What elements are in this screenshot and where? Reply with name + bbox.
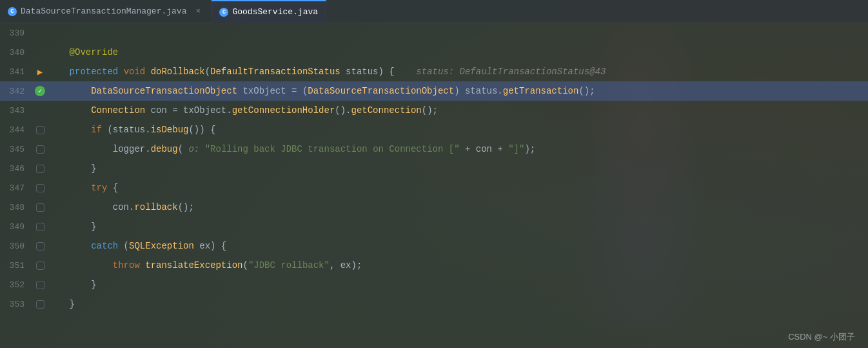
code-text-346: } bbox=[48, 159, 855, 178]
gutter-outline bbox=[36, 165, 44, 173]
code-line-341: 341▶ protected void doRollback(DefaultTr… bbox=[0, 62, 868, 81]
code-line-343: 343 Connection con = txObject.getConnect… bbox=[0, 101, 868, 120]
code-text-340: @Override bbox=[48, 43, 855, 62]
line-number-347: 347 bbox=[0, 183, 32, 193]
tab-tab1[interactable]: CDataSourceTransactionManager.java× bbox=[0, 0, 212, 23]
token-plain: + con + bbox=[460, 144, 509, 154]
line-number-351: 351 bbox=[0, 261, 32, 271]
token-method: isDebug bbox=[151, 125, 189, 135]
gutter-outline bbox=[36, 145, 44, 154]
code-line-347: 347 try { bbox=[0, 178, 868, 198]
token-kw-blue: protected bbox=[48, 67, 124, 77]
token-method: doRollback bbox=[151, 67, 205, 77]
line-number-349: 349 bbox=[0, 222, 32, 232]
check-icon: ✓ bbox=[35, 86, 45, 96]
code-line-342: 342✓ DataSourceTransactionObject txObjec… bbox=[0, 81, 868, 101]
code-text-351: throw translateException("JDBC rollback"… bbox=[48, 256, 855, 275]
token-type: DataSourceTransactionObject bbox=[48, 86, 237, 96]
line-number-353: 353 bbox=[0, 300, 32, 309]
token-str: "Rolling back JDBC transaction on Connec… bbox=[205, 144, 460, 154]
token-plain: (). bbox=[335, 105, 351, 116]
code-text-341: protected void doRollback(DefaultTransac… bbox=[48, 62, 855, 81]
code-line-349: 349 } bbox=[0, 217, 868, 236]
line-gutter-350 bbox=[32, 242, 48, 251]
line-number-348: 348 bbox=[0, 203, 32, 212]
code-line-351: 351 throw translateException("JDBC rollb… bbox=[0, 256, 868, 275]
tab-label-tab2: GoodsService.java bbox=[232, 7, 318, 17]
token-kw-ctrl: try bbox=[48, 183, 107, 193]
code-line-346: 346 } bbox=[0, 159, 868, 178]
token-kw-blue: catch bbox=[48, 241, 118, 251]
line-gutter-353 bbox=[32, 300, 48, 309]
token-annotation: @Override bbox=[48, 47, 118, 57]
code-content: 339340 @Override341▶ protected void doRo… bbox=[0, 23, 868, 348]
token-kw: void bbox=[124, 67, 151, 77]
line-number-344: 344 bbox=[0, 125, 32, 135]
token-type: DefaultTransactionStatus bbox=[210, 67, 340, 77]
token-str: "]" bbox=[508, 144, 524, 154]
gutter-outline bbox=[36, 300, 44, 309]
token-plain: (); bbox=[578, 86, 595, 96]
token-plain bbox=[140, 260, 145, 271]
tab-close-tab1[interactable]: × bbox=[193, 6, 203, 17]
token-kw-ctrl: throw bbox=[48, 260, 140, 271]
token-method: debug bbox=[151, 144, 178, 154]
token-plain: { bbox=[107, 183, 118, 193]
tab-icon-tab2: C bbox=[219, 8, 228, 17]
code-text-350: catch (SQLException ex) { bbox=[48, 236, 855, 256]
line-gutter-342: ✓ bbox=[32, 86, 48, 96]
code-text-353: } bbox=[48, 294, 855, 314]
code-line-344: 344 if (status.isDebug()) { bbox=[0, 120, 868, 139]
line-number-342: 342 bbox=[0, 87, 32, 96]
code-line-340: 340 @Override bbox=[0, 43, 868, 62]
token-plain: txObject = ( bbox=[237, 86, 308, 96]
editor-container: CDataSourceTransactionManager.java×CGood… bbox=[0, 0, 868, 348]
token-method: getConnection bbox=[351, 105, 422, 116]
tab-tab2[interactable]: CGoodsService.java bbox=[212, 0, 326, 23]
token-type: SQLException bbox=[129, 241, 194, 251]
token-plain: ( bbox=[205, 67, 210, 77]
line-number-340: 340 bbox=[0, 48, 32, 57]
token-plain: ( bbox=[118, 241, 129, 251]
line-number-341: 341 bbox=[0, 67, 32, 77]
token-plain: logger. bbox=[48, 144, 151, 154]
tab-label-tab1: DataSourceTransactionManager.java bbox=[21, 6, 186, 16]
token-plain: (status. bbox=[102, 125, 151, 135]
line-gutter-351 bbox=[32, 261, 48, 270]
token-plain: (); bbox=[178, 202, 194, 212]
token-plain: con. bbox=[48, 202, 134, 212]
code-line-352: 352 } bbox=[0, 275, 868, 294]
code-text-347: try { bbox=[48, 178, 855, 198]
token-type: DataSourceTransactionObject bbox=[308, 86, 454, 96]
line-gutter-341: ▶ bbox=[32, 67, 48, 77]
line-number-345: 345 bbox=[0, 145, 32, 154]
line-gutter-347 bbox=[32, 184, 48, 192]
line-number-346: 346 bbox=[0, 164, 32, 174]
debugger-arrow-icon: ▶ bbox=[37, 67, 43, 77]
token-plain: con = txObject. bbox=[145, 105, 232, 116]
token-method: rollback bbox=[134, 202, 177, 212]
gutter-outline bbox=[36, 126, 44, 134]
code-text-348: con.rollback(); bbox=[48, 198, 855, 217]
token-method: getConnectionHolder bbox=[232, 105, 335, 116]
token-plain: status) { bbox=[340, 67, 417, 77]
code-text-349: } bbox=[48, 217, 855, 236]
code-line-353: 353 } bbox=[0, 294, 868, 314]
gutter-outline bbox=[36, 281, 44, 289]
line-gutter-352 bbox=[32, 281, 48, 289]
token-kw: if bbox=[48, 125, 102, 135]
gutter-outline bbox=[36, 223, 44, 231]
line-number-343: 343 bbox=[0, 106, 32, 116]
gutter-outline bbox=[36, 184, 44, 192]
token-plain: ex) { bbox=[194, 241, 226, 251]
code-line-345: 345 logger.debug( o: "Rolling back JDBC … bbox=[0, 139, 868, 159]
code-text-352: } bbox=[48, 275, 855, 294]
token-method: translateException bbox=[145, 260, 242, 271]
code-text-342: DataSourceTransactionObject txObject = (… bbox=[48, 81, 855, 101]
tab-icon-tab1: C bbox=[8, 7, 17, 16]
tab-bar: CDataSourceTransactionManager.java×CGood… bbox=[0, 0, 868, 23]
token-plain: ); bbox=[524, 144, 535, 154]
code-line-348: 348 con.rollback(); bbox=[0, 198, 868, 217]
token-plain: ( bbox=[178, 144, 189, 154]
token-method: getTransaction bbox=[503, 86, 579, 96]
